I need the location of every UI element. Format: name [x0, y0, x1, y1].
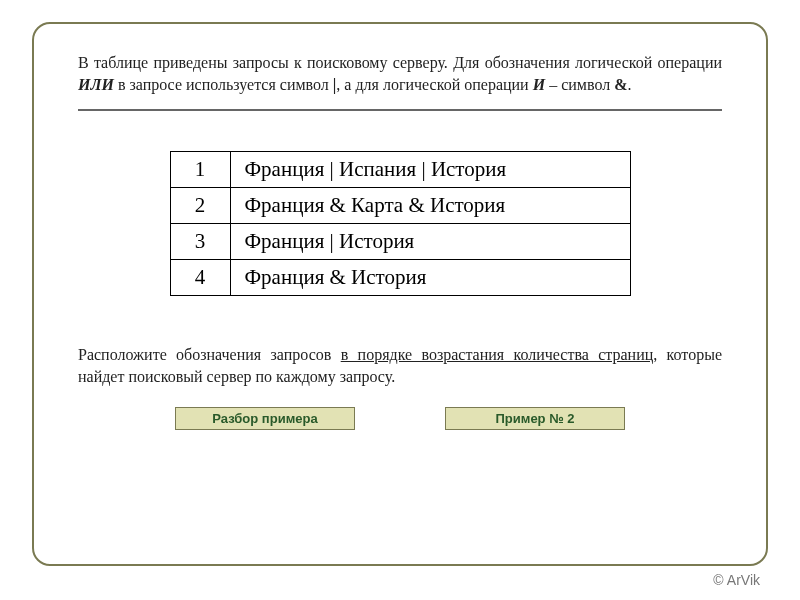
- buttons-row: Разбор примера Пример № 2: [78, 407, 722, 430]
- row-query: Франция & История: [230, 260, 630, 296]
- table-row: 4 Франция & История: [170, 260, 630, 296]
- intro-and-word: И: [533, 76, 545, 93]
- intro-amp: &: [614, 76, 627, 93]
- example-2-button[interactable]: Пример № 2: [445, 407, 625, 430]
- row-number: 3: [170, 224, 230, 260]
- intro-part3: , а для логической операции: [336, 76, 532, 93]
- divider: [78, 109, 722, 111]
- intro-text: В таблице приведены запросы к поисковому…: [78, 52, 722, 95]
- table-row: 2 Франция & Карта & История: [170, 188, 630, 224]
- intro-part1: В таблице приведены запросы к поисковому…: [78, 54, 722, 71]
- table-row: 1 Франция | Испания | История: [170, 152, 630, 188]
- row-query: Франция | История: [230, 224, 630, 260]
- row-number: 4: [170, 260, 230, 296]
- queries-table: 1 Франция | Испания | История 2 Франция …: [170, 151, 631, 296]
- intro-part2: в запросе используется символ: [114, 76, 333, 93]
- copyright-label: © ArVik: [713, 572, 760, 588]
- row-number: 1: [170, 152, 230, 188]
- row-query: Франция & Карта & История: [230, 188, 630, 224]
- intro-part5: .: [627, 76, 631, 93]
- row-number: 2: [170, 188, 230, 224]
- analyze-example-button[interactable]: Разбор примера: [175, 407, 355, 430]
- slide-card: В таблице приведены запросы к поисковому…: [32, 22, 768, 566]
- task-part1: Расположите обозначения запросов: [78, 346, 341, 363]
- task-text: Расположите обозначения запросов в поряд…: [78, 344, 722, 387]
- row-query: Франция | Испания | История: [230, 152, 630, 188]
- intro-or-word: ИЛИ: [78, 76, 114, 93]
- task-underlined: в порядке возрастания количества страниц: [341, 346, 654, 363]
- table-row: 3 Франция | История: [170, 224, 630, 260]
- intro-part4: – символ: [545, 76, 614, 93]
